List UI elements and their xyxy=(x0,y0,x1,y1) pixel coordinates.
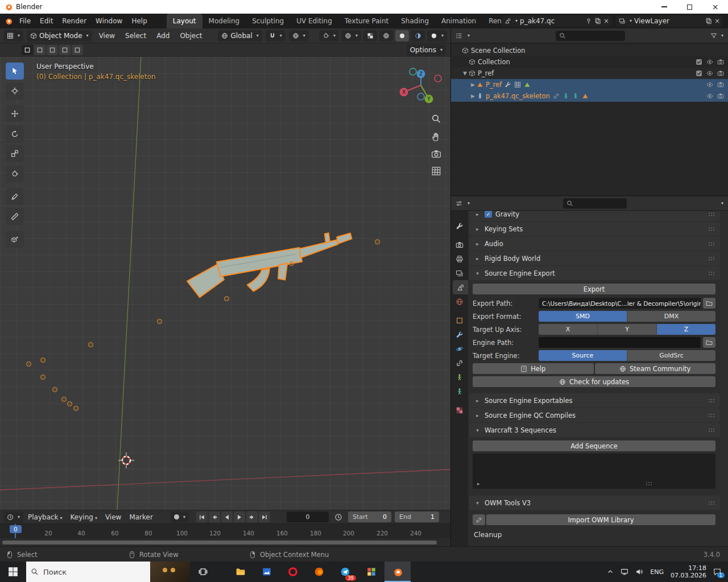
snapping-toggle[interactable]: ▾ xyxy=(266,30,286,41)
colorful-app-button[interactable] xyxy=(358,562,384,582)
play-reverse-button[interactable] xyxy=(221,512,233,522)
steam-community-button[interactable]: Steam Community xyxy=(595,363,716,374)
bone-empty[interactable] xyxy=(52,387,57,392)
add-sequence-button[interactable]: Add Sequence xyxy=(473,440,715,451)
outliner-editor-icon[interactable] xyxy=(456,32,462,39)
previous-keyframe-button[interactable] xyxy=(209,512,220,522)
axis-y-button[interactable]: Y xyxy=(598,324,657,335)
chevron-down-icon[interactable]: ▾ xyxy=(721,201,723,206)
format-smd-button[interactable]: SMD xyxy=(539,311,627,322)
options-dropdown[interactable]: Options▾ xyxy=(407,44,446,56)
select-mode-extend-button[interactable] xyxy=(34,45,46,55)
workspace-tab-sculpting[interactable]: Sculpting xyxy=(246,14,290,28)
menu-render[interactable]: Render xyxy=(57,17,91,25)
select-mode-intersect-button[interactable] xyxy=(72,45,83,55)
toggle-orthographic-button[interactable] xyxy=(428,164,445,178)
hidden-icons-chevron[interactable] xyxy=(607,568,614,575)
view-layer-selector[interactable]: ▾ ViewLayer × xyxy=(616,15,723,27)
xray-toggle[interactable] xyxy=(363,30,377,41)
rotate-tool-button[interactable] xyxy=(6,126,24,143)
panel-owm-tools-v3[interactable]: ▾ OWM Tools V3 xyxy=(469,496,720,510)
select-mode-invert-button[interactable] xyxy=(59,45,71,55)
shading-wireframe-button[interactable] xyxy=(379,30,393,41)
frame-start-field[interactable]: Start0 xyxy=(348,512,391,522)
check-for-updates-button[interactable]: Check for updates xyxy=(473,376,715,387)
telegram-button[interactable]: 39 xyxy=(332,562,358,582)
volume-icon[interactable] xyxy=(635,568,643,576)
menu-marker[interactable]: Marker xyxy=(126,513,156,521)
pin-icon[interactable] xyxy=(585,18,592,24)
overlays-toggle[interactable]: ▾ xyxy=(341,30,361,41)
opera-button[interactable] xyxy=(280,562,306,582)
panel-grip[interactable] xyxy=(709,213,715,216)
copy-view-layer-icon[interactable] xyxy=(705,18,712,24)
tab-object-data[interactable] xyxy=(451,370,468,384)
playhead-frame-badge[interactable]: 0 xyxy=(10,525,22,533)
panel-warcraft-3-sequences[interactable]: ▾ Warcraft 3 Sequences xyxy=(469,423,720,437)
exclude-checkbox[interactable] xyxy=(693,70,704,77)
tab-texture[interactable] xyxy=(451,403,468,417)
armature-data-icon[interactable] xyxy=(572,93,579,99)
properties-search-input[interactable] xyxy=(563,198,627,209)
measure-tool-button[interactable] xyxy=(6,208,24,225)
disable-render-toggle[interactable] xyxy=(715,70,726,77)
search-highlight-image[interactable] xyxy=(150,562,190,582)
language-indicator[interactable]: ENG xyxy=(650,568,664,576)
bone-empty[interactable] xyxy=(73,406,78,411)
tab-physics[interactable] xyxy=(451,342,468,356)
camera-view-button[interactable] xyxy=(428,147,445,161)
shading-rendered-button[interactable]: ▾ xyxy=(427,30,447,41)
workspace-tab-uv-editing[interactable]: UV Editing xyxy=(290,14,338,28)
engine-path-browse-button[interactable] xyxy=(703,337,715,348)
tab-view-layer[interactable] xyxy=(451,266,468,280)
new-scene-icon[interactable] xyxy=(594,18,601,24)
workspace-tab-texture-paint[interactable]: Texture Paint xyxy=(338,14,395,28)
modifier-wrench-icon[interactable] xyxy=(504,81,511,88)
disable-render-toggle[interactable] xyxy=(715,59,726,65)
add-cube-tool-button[interactable] xyxy=(6,231,24,248)
tab-world[interactable] xyxy=(451,294,468,309)
bone-empty[interactable] xyxy=(61,397,67,402)
child-mesh-icon[interactable] xyxy=(582,93,589,99)
disable-render-toggle[interactable] xyxy=(715,81,726,88)
panel-gravity[interactable]: ▸ ✓ Gravity xyxy=(469,211,720,221)
tab-tool[interactable] xyxy=(451,219,468,233)
remove-view-layer-icon[interactable]: × xyxy=(714,17,720,25)
bone-empty[interactable] xyxy=(67,401,72,406)
bone-empty[interactable] xyxy=(224,296,229,301)
panel-grip[interactable] xyxy=(709,257,715,260)
menu-select[interactable]: Select xyxy=(122,32,150,40)
maximize-button[interactable] xyxy=(677,0,702,14)
tab-output[interactable] xyxy=(451,252,468,266)
panel-rigid-body-world[interactable]: ▸ Rigid Body World xyxy=(469,251,720,265)
auto-keying-toggle[interactable]: ▾ xyxy=(171,512,189,523)
panel-source-engine-qc-compiles[interactable]: ▸ Source Engine QC Compiles xyxy=(469,408,720,422)
workspace-tab-layout[interactable]: Layout xyxy=(167,14,202,28)
editor-type-button[interactable]: ▾ xyxy=(3,30,23,41)
panel-audio[interactable]: ▸ Audio xyxy=(469,236,720,251)
jump-to-start-button[interactable] xyxy=(196,512,208,522)
shading-material-button[interactable] xyxy=(411,30,425,41)
expand-arrow[interactable]: ▶ xyxy=(469,93,477,99)
zoom-button[interactable] xyxy=(428,111,445,126)
menu-playback[interactable]: Playback▾ xyxy=(24,513,66,521)
bone-empty[interactable] xyxy=(26,361,31,367)
mode-dropdown[interactable]: Object Mode▾ xyxy=(27,30,92,41)
menu-add[interactable]: Add xyxy=(153,32,173,40)
bone-empty[interactable] xyxy=(289,261,294,266)
hide-eye-toggle[interactable] xyxy=(704,59,715,65)
outliner-row-scene-collection[interactable]: Scene Collection xyxy=(451,45,728,56)
transform-orientation-dropdown[interactable]: Global▾ xyxy=(218,30,262,41)
outliner-row-skeleton[interactable]: ▶ p_ak47.qc_skeleton xyxy=(451,90,728,102)
taskbar-search-box[interactable]: Поиск xyxy=(26,562,190,582)
next-keyframe-button[interactable] xyxy=(246,512,258,522)
tab-object[interactable] xyxy=(451,313,468,327)
panel-source-engine-export[interactable]: ▾ Source Engine Export xyxy=(469,266,720,280)
workspace-tab-shading[interactable]: Shading xyxy=(395,14,435,28)
tab-modifiers[interactable] xyxy=(451,327,468,342)
gizmo-y-negative[interactable] xyxy=(410,68,416,75)
bone-empty[interactable] xyxy=(40,375,46,380)
jump-to-end-button[interactable] xyxy=(259,512,270,522)
engine-source-button[interactable]: Source xyxy=(539,350,627,361)
outliner-row-pref-collection[interactable]: ▼ P_ref xyxy=(451,68,728,79)
